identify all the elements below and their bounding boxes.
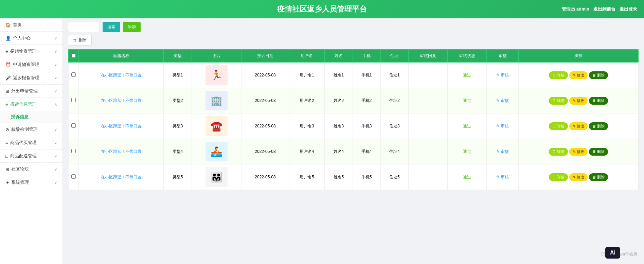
sidebar-apply-label: 申请物资管理 <box>13 61 54 68</box>
sidebar-item-system[interactable]: ✈ 系统管理 ∨ <box>0 176 62 189</box>
row-select-2[interactable] <box>71 123 76 128</box>
search-input-btn[interactable] <box>68 22 100 32</box>
chevron-down-icon2: ∨ <box>54 49 57 54</box>
row-audit-3[interactable]: ✎ 审核 <box>486 139 519 164</box>
col-action: 操作 <box>519 50 639 63</box>
edit-btn-2[interactable]: ✎ 修改 <box>569 122 588 130</box>
mic-icon: 🎤 <box>5 75 11 81</box>
edit-btn-0[interactable]: ✎ 修改 <box>569 71 588 79</box>
row-status-4: 通过 <box>447 164 486 190</box>
edit-btn-3[interactable]: ✎ 修改 <box>569 148 588 156</box>
row-address-3: 住址4 <box>380 139 408 164</box>
sidebar-sub-complaint-info[interactable]: 投诉信息 ◀ <box>0 111 62 123</box>
title-link-4[interactable]: 在小区蹿逛！不带口置 <box>101 175 142 179</box>
row-audit-1[interactable]: ✎ 审核 <box>486 88 519 113</box>
row-date-3: 2022-05-08 <box>242 139 289 164</box>
row-select-0[interactable] <box>71 72 76 77</box>
title-link-2[interactable]: 在小区蹿逛！不带口置 <box>101 124 142 128</box>
row-audit-0[interactable]: ✎ 审核 <box>486 63 519 88</box>
row-realname-3: 姓名4 <box>325 139 353 164</box>
row-actions-2: 🗒 详情 ✎ 修改 🗑 删除 <box>519 113 639 139</box>
sidebar-item-forum[interactable]: ⊞ 社区论坛 ∨ <box>0 163 62 176</box>
sidebar-item-home[interactable]: 🏠 首页 <box>0 18 62 32</box>
row-select-4[interactable] <box>71 174 76 179</box>
row-checkbox-0[interactable] <box>69 63 79 88</box>
edit-btn-1[interactable]: ✎ 修改 <box>569 97 588 105</box>
sidebar-item-apply[interactable]: ⏰ 申请物资管理 ∨ <box>0 58 62 71</box>
chevron-down-icon5: ∨ <box>54 89 57 93</box>
row-select-3[interactable] <box>71 149 76 153</box>
delete-btn-4[interactable]: 🗑 删除 <box>589 173 608 181</box>
audit-link-4[interactable]: ✎ 审核 <box>496 175 509 179</box>
delete-btn-2[interactable]: 🗑 删除 <box>589 122 608 130</box>
row-checkbox-1[interactable] <box>69 88 79 113</box>
detail-btn-4[interactable]: 🗒 详情 <box>549 173 568 181</box>
search-button[interactable]: 搜索 <box>103 22 120 32</box>
detail-btn-0[interactable]: 🗒 详情 <box>549 71 568 79</box>
table-row: 在小区蹿逛！不带口置 类型5 👨‍👩‍👧 2022-05-08 用户名5 姓名5… <box>69 164 639 190</box>
edit-btn-4[interactable]: ✎ 修改 <box>569 173 588 181</box>
row-phone-2: 手机3 <box>353 113 380 139</box>
admin-label: 管理员 admin <box>562 6 589 12</box>
sidebar-outside-label: 外出申请管理 <box>11 88 54 94</box>
row-checkbox-2[interactable] <box>69 113 79 139</box>
row-realname-2: 姓名3 <box>325 113 353 139</box>
row-select-1[interactable] <box>71 98 76 102</box>
btn-logout[interactable]: 退出登录 <box>620 6 637 12</box>
delete-btn-0[interactable]: 🗑 删除 <box>589 71 608 79</box>
audit-link-2[interactable]: ✎ 审核 <box>496 124 509 128</box>
delete-btn-1[interactable]: 🗑 删除 <box>589 97 608 105</box>
row-checkbox-3[interactable] <box>69 139 79 164</box>
sidebar-item-complaint[interactable]: ≡ 投诉信息管理 ∧ <box>0 98 62 111</box>
add-button[interactable]: 添加 <box>123 22 141 32</box>
home-icon: 🏠 <box>5 22 11 28</box>
audit-link-3[interactable]: ✎ 审核 <box>496 149 509 154</box>
detail-btn-1[interactable]: 🗒 详情 <box>549 97 568 105</box>
row-address-4: 住址5 <box>380 164 408 190</box>
select-all-checkbox[interactable] <box>71 53 76 58</box>
title-link-0[interactable]: 在小区蹿逛！不带口置 <box>101 73 142 77</box>
row-img-2: ☎️ <box>192 113 242 139</box>
shop-icon: ≡ <box>5 140 8 145</box>
row-img-1: 🏢 <box>192 88 242 113</box>
row-username-1: 用户名2 <box>289 88 325 113</box>
row-username-2: 用户名3 <box>289 113 325 139</box>
header-actions: 管理员 admin 退出到前台 退出登录 <box>562 6 637 12</box>
row-title-2: 在小区蹿逛！不带口置 <box>79 113 164 139</box>
batch-delete-button[interactable]: 🗑 删除 <box>68 35 92 46</box>
row-audit-2[interactable]: ✎ 审核 <box>486 113 519 139</box>
sidebar-item-personal[interactable]: 👤 个人中心 ∨ <box>0 32 62 45</box>
sidebar-item-delivery[interactable]: □ 商品配送管理 ∨ <box>0 149 62 163</box>
row-status-3: 通过 <box>447 139 486 164</box>
chevron-down-icon9: ∨ <box>54 167 57 172</box>
person-icon: 👤 <box>5 36 11 41</box>
sidebar-item-donation[interactable]: ≡ 捐赠物资管理 ∨ <box>0 45 62 58</box>
audit-link-1[interactable]: ✎ 审核 <box>496 98 509 103</box>
select-all-col[interactable] <box>69 50 79 63</box>
row-date-4: 2022-05-08 <box>242 164 289 190</box>
delete-btn-3[interactable]: 🗑 删除 <box>589 148 608 156</box>
chevron-down-icon10: ∨ <box>54 180 57 185</box>
row-checkbox-4[interactable] <box>69 164 79 190</box>
sidebar-item-nucleic[interactable]: ⊘ 核酸检测管理 ∨ <box>0 123 62 136</box>
row-audit-4[interactable]: ✎ 审核 <box>486 164 519 190</box>
table-row: 在小区蹿逛！不带口置 类型3 ☎️ 2022-05-08 用户名3 姓名3 手机… <box>69 113 639 139</box>
sidebar-item-outside[interactable]: ⊞ 外出申请管理 ∨ <box>0 85 62 98</box>
col-address: 住址 <box>380 50 408 63</box>
sidebar-item-return[interactable]: 🎤 返乡报备管理 ∨ <box>0 71 62 85</box>
detail-btn-3[interactable]: 🗒 详情 <box>549 148 568 156</box>
ai-badge: Ai <box>605 247 620 259</box>
row-date-2: 2022-05-08 <box>242 113 289 139</box>
sidebar-return-label: 返乡报备管理 <box>13 75 54 81</box>
title-link-1[interactable]: 在小区蹿逛！不带口置 <box>101 98 142 103</box>
sidebar-shopping-label: 商品代买管理 <box>10 140 54 146</box>
title-link-3[interactable]: 在小区蹿逛！不带口置 <box>101 149 142 154</box>
detail-btn-2[interactable]: 🗒 详情 <box>549 122 568 130</box>
btn-front[interactable]: 退出到前台 <box>593 6 615 12</box>
row-actions-4: 🗒 详情 ✎ 修改 🗑 删除 <box>519 164 639 190</box>
row-realname-1: 姓名2 <box>325 88 353 113</box>
audit-link-0[interactable]: ✎ 审核 <box>496 73 509 77</box>
sidebar-item-shopping[interactable]: ≡ 商品代买管理 ∨ <box>0 136 62 149</box>
row-realname-4: 姓名5 <box>325 164 353 190</box>
sidebar-home-label: 首页 <box>13 22 57 28</box>
